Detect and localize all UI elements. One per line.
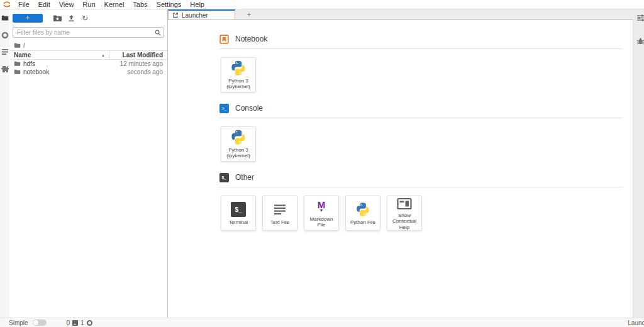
python-logo-icon (230, 60, 247, 77)
launcher-card-notebook-python3[interactable]: Python 3 (ipykernel) (221, 57, 256, 92)
property-inspector-icon[interactable] (636, 14, 644, 22)
running-sessions-icon[interactable] (1, 31, 9, 39)
filter-files-container (13, 27, 164, 38)
column-last-modified[interactable]: Last Modified (109, 50, 163, 60)
card-sublabel: (ipykernel) (226, 153, 250, 159)
folder-icon (14, 69, 21, 75)
menu-edit[interactable]: Edit (34, 0, 55, 9)
section-divider (219, 118, 623, 118)
python-logo-icon (355, 201, 370, 218)
refresh-button[interactable]: ↻ (78, 14, 92, 23)
launcher-panel: Notebook Python 3 (ipykernel) (168, 20, 633, 318)
file-row-hdfs[interactable]: hdfs 12 minutes ago (9, 60, 167, 68)
contextual-help-icon (397, 196, 412, 211)
simple-mode-toggle[interactable] (33, 319, 47, 326)
section-notebook: Notebook Python 3 (ipykernel) (219, 34, 623, 92)
section-console: >_ Console Python 3 (ipykernel) (219, 103, 623, 162)
section-title: Other (235, 173, 254, 182)
file-name: notebook (23, 69, 49, 75)
simple-mode-label: Simple (9, 319, 28, 326)
card-label: Terminal (229, 219, 248, 226)
launcher-card-console-python3[interactable]: Python 3 (ipykernel) (221, 126, 256, 162)
card-label: Python 3 (228, 78, 248, 84)
file-name: hdfs (23, 60, 35, 67)
file-browser-panel: + ↻ / Name ▲ Last Modified hdfs 12 minut… (9, 9, 168, 318)
file-modified: 12 minutes ago (120, 60, 163, 67)
menubar: File Edit View Run Kernel Tabs Settings … (0, 0, 644, 9)
section-title: Notebook (235, 35, 267, 43)
jupyter-logo-icon (2, 1, 11, 9)
file-modified: seconds ago (127, 69, 163, 75)
search-icon (155, 30, 161, 37)
status-right-text: Launcher (628, 319, 644, 326)
menu-tabs[interactable]: Tabs (128, 0, 152, 9)
status-bar: Simple 0 1 Launcher (0, 318, 644, 327)
text-file-icon (272, 201, 287, 218)
upload-button[interactable] (64, 14, 78, 23)
kernel-status-icon (87, 320, 92, 326)
terminal-icon: $_ (231, 202, 246, 217)
tab-launcher[interactable]: Launcher (168, 9, 235, 19)
filter-files-input[interactable] (13, 27, 164, 38)
breadcrumb[interactable]: / (9, 40, 167, 50)
add-tab-button[interactable]: + (244, 9, 254, 19)
tab-label: Launcher (182, 12, 208, 19)
kernels-count: 1 (80, 319, 84, 326)
extension-manager-icon[interactable] (1, 65, 9, 73)
card-label: Show Contextual Help (389, 213, 419, 231)
launcher-card-terminal[interactable]: $_ Terminal (221, 196, 256, 231)
menu-help[interactable]: Help (186, 0, 209, 9)
launcher-card-contextual-help[interactable]: Show Contextual Help (387, 196, 422, 231)
column-name[interactable]: Name ▲ (14, 52, 109, 58)
folder-icon (14, 61, 21, 67)
launcher-card-text-file[interactable]: Text File (262, 196, 297, 231)
debugger-icon[interactable] (636, 37, 644, 45)
terminals-count: 0 (67, 319, 70, 326)
notebook-icon (219, 35, 229, 44)
section-divider (219, 48, 623, 49)
home-folder-icon (14, 43, 21, 48)
file-browser-icon[interactable] (1, 14, 9, 22)
terminal-status-icon (72, 320, 78, 326)
menu-settings[interactable]: Settings (152, 0, 186, 9)
card-label: Markdown File (306, 216, 336, 228)
launcher-card-markdown-file[interactable]: M ▼ Markdown File (304, 196, 339, 231)
card-sublabel: (ipykernel) (226, 84, 250, 90)
section-divider (219, 187, 623, 187)
new-folder-button[interactable] (50, 14, 64, 23)
terminal-icon: $_ (219, 173, 229, 182)
menu-file[interactable]: File (14, 0, 34, 9)
running-sessions-status[interactable]: 0 1 (67, 319, 92, 326)
markdown-icon: M ▼ (318, 200, 326, 213)
launcher-card-python-file[interactable]: Python File (345, 196, 380, 231)
card-label: Python 3 (228, 147, 248, 153)
menu-view[interactable]: View (55, 0, 79, 9)
left-sidebar (0, 9, 9, 318)
file-row-notebook[interactable]: notebook seconds ago (9, 68, 167, 76)
file-browser-toolbar: + ↻ (9, 9, 167, 23)
section-other: $_ Other $_ Terminal Text File (219, 172, 623, 231)
toggle-knob (33, 320, 38, 325)
new-launcher-button[interactable]: + (13, 14, 43, 23)
launcher-icon (172, 12, 179, 18)
right-sidebar (633, 9, 644, 318)
section-title: Console (235, 104, 263, 113)
file-list-header: Name ▲ Last Modified (9, 50, 167, 60)
card-label: Text File (270, 219, 289, 226)
console-icon: >_ (219, 104, 229, 113)
dock-tab-bar: Launcher + (168, 9, 633, 20)
menu-kernel[interactable]: Kernel (100, 0, 129, 9)
sort-ascending-icon: ▲ (101, 53, 109, 57)
table-of-contents-icon[interactable] (1, 48, 9, 56)
card-label: Python File (350, 219, 375, 226)
menu-run[interactable]: Run (78, 0, 99, 9)
python-logo-icon (230, 129, 247, 146)
breadcrumb-root[interactable]: / (23, 42, 25, 49)
